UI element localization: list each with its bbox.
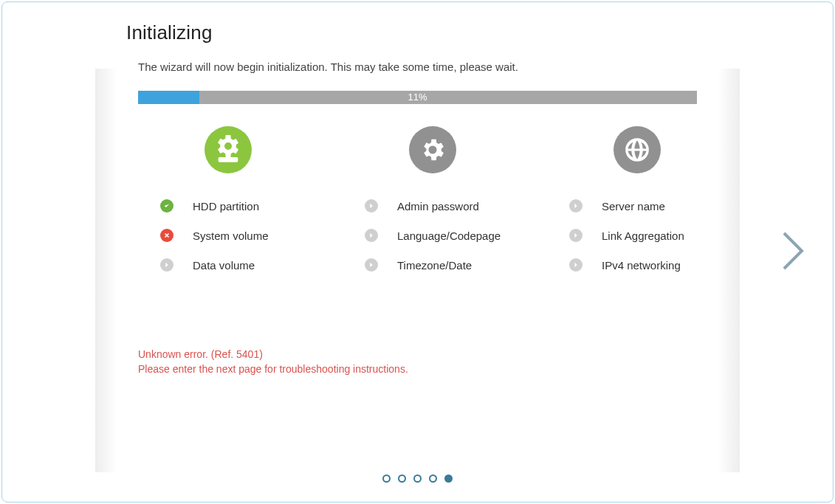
svg-point-2 [224, 159, 227, 161]
pager-dot-2[interactable] [398, 474, 406, 483]
pager-dot-4[interactable] [429, 474, 437, 483]
task-label: System volume [193, 229, 269, 242]
chevron-right-icon [569, 199, 583, 213]
page-title: Initializing [2, 21, 833, 44]
globe-icon [614, 126, 661, 173]
page-indicator [2, 474, 833, 483]
task-label: Admin password [397, 200, 479, 213]
settings-gear-icon [409, 126, 456, 173]
task-row: Link Aggregation [547, 221, 744, 250]
error-icon [160, 229, 173, 242]
task-label: Language/Codepage [397, 229, 501, 242]
task-label: Link Aggregation [602, 229, 684, 242]
task-row: Language/Codepage [343, 221, 540, 250]
wizard-frame: Initializing The wizard will now begin i… [1, 1, 834, 503]
task-row: System volume [138, 221, 335, 250]
task-label: Data volume [193, 259, 255, 272]
pager-dot-1[interactable] [382, 474, 391, 483]
progress-track: 11% [138, 91, 697, 104]
chevron-right-icon [365, 229, 378, 242]
content-area: Initializing The wizard will now begin i… [2, 2, 833, 376]
chevron-right-icon [569, 229, 583, 242]
column-system: Admin password Language/Codepage Timezon… [343, 126, 540, 280]
pager-dot-5[interactable] [444, 474, 453, 483]
column-network: Server name Link Aggregation IPv4 networ… [547, 126, 744, 280]
error-line-1: Unknown error. (Ref. 5401) [138, 348, 833, 362]
progress-label: 11% [138, 91, 697, 104]
progress-bar: 11% [138, 91, 697, 104]
chevron-right-icon [569, 258, 583, 272]
pager-dot-3[interactable] [413, 474, 422, 483]
chevron-right-icon [365, 258, 378, 272]
task-label: IPv4 networking [602, 259, 681, 272]
task-row: HDD partition [138, 191, 335, 221]
error-message: Unknown error. (Ref. 5401) Please enter … [138, 348, 833, 376]
chevron-right-icon [160, 258, 173, 272]
column-storage: HDD partition System volume Data volume [138, 126, 335, 280]
check-icon [160, 199, 173, 213]
next-button[interactable] [780, 229, 806, 276]
task-row: IPv4 networking [547, 250, 744, 280]
task-row: Admin password [343, 191, 540, 221]
storage-gear-icon [205, 126, 252, 173]
task-row: Data volume [138, 250, 335, 280]
chevron-right-icon [365, 199, 378, 213]
task-row: Server name [547, 191, 744, 221]
task-label: Server name [602, 200, 665, 213]
error-line-2: Please enter the next page for troublesh… [138, 362, 833, 377]
page-subtitle: The wizard will now begin initialization… [2, 44, 833, 73]
svg-point-1 [221, 159, 223, 161]
task-label: HDD partition [193, 200, 259, 213]
task-label: Timezone/Date [397, 259, 472, 272]
task-columns: HDD partition System volume Data volume [138, 126, 744, 280]
task-row: Timezone/Date [343, 250, 540, 280]
chevron-right-icon [780, 229, 806, 273]
